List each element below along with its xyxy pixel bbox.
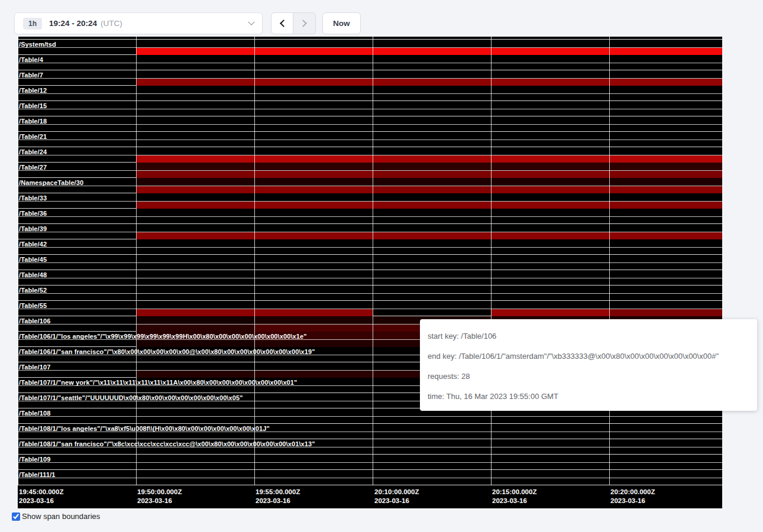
span-boundaries-control: Show span boundaries bbox=[12, 512, 100, 521]
row-key-label: /Table/42 bbox=[19, 241, 47, 248]
heatmap-row: /Table/109 bbox=[18, 454, 722, 469]
heat-band bbox=[609, 309, 722, 316]
chevron-down-icon bbox=[248, 18, 254, 25]
heat-band bbox=[254, 79, 373, 86]
row-key-label: /Table/52 bbox=[19, 287, 47, 294]
row-key-label: /Table/48 bbox=[19, 271, 47, 278]
tooltip-time: time: Thu, 16 Mar 2023 19:55:00 GMT bbox=[428, 387, 749, 407]
heat-band bbox=[254, 325, 373, 332]
row-key-label: /Table/4 bbox=[19, 56, 43, 63]
span-boundary-line bbox=[18, 155, 722, 155]
heat-band bbox=[254, 186, 373, 193]
row-key-label: /System/tsd bbox=[19, 41, 56, 48]
heat-band bbox=[254, 171, 373, 178]
time-nav-button-group bbox=[271, 12, 316, 34]
heat-band bbox=[136, 340, 254, 347]
row-key-label: /Table/27 bbox=[19, 164, 47, 171]
heatmap-row: /Table/45 bbox=[18, 254, 722, 270]
span-boundary-line bbox=[18, 140, 722, 140]
row-key-label: /Table/45 bbox=[19, 256, 47, 263]
row-key-label: /Table/111/1 bbox=[19, 471, 56, 478]
heat-band bbox=[609, 48, 722, 55]
heat-band bbox=[373, 79, 491, 86]
show-span-boundaries-label[interactable]: Show span boundaries bbox=[22, 512, 100, 521]
time-gridline bbox=[136, 37, 137, 485]
heat-band bbox=[136, 232, 254, 239]
heat-band bbox=[136, 171, 254, 178]
heat-band bbox=[254, 232, 373, 239]
now-button[interactable]: Now bbox=[322, 12, 361, 34]
heatmap-row: /Table/18 bbox=[18, 116, 722, 131]
heat-band bbox=[254, 309, 373, 316]
heat-band bbox=[254, 48, 373, 55]
x-axis-tick-label: 20:10:00.000Z2023-03-16 bbox=[374, 488, 419, 505]
heatmap-row: /Table/42 bbox=[18, 239, 722, 254]
heat-band bbox=[254, 202, 373, 209]
row-key-label: /Table/107/1/"seattle"/"UUUUUUD\x00\x80\… bbox=[19, 394, 243, 401]
tooltip-start-key: start key: /Table/106 bbox=[428, 326, 749, 346]
row-key-label: /Table/107 bbox=[19, 364, 50, 371]
heat-band bbox=[373, 155, 491, 163]
time-gridline bbox=[491, 37, 492, 485]
heatmap-row: /Table/4 bbox=[18, 54, 722, 70]
heat-band bbox=[136, 155, 254, 163]
chevron-right-icon bbox=[299, 20, 307, 27]
row-key-label: /Table/55 bbox=[19, 302, 47, 309]
span-boundary-line bbox=[18, 478, 722, 478]
time-gridline bbox=[373, 37, 373, 485]
heatmap-row: /Table/48 bbox=[18, 270, 722, 285]
x-axis-tick-label: 19:45:00.000Z2023-03-16 bbox=[19, 488, 63, 505]
heatmap-row: /Table/15 bbox=[18, 100, 722, 116]
span-boundary-line bbox=[18, 416, 722, 417]
heat-band bbox=[136, 79, 254, 86]
show-span-boundaries-checkbox[interactable] bbox=[12, 512, 20, 521]
prev-range-button[interactable] bbox=[271, 12, 293, 34]
heat-band bbox=[136, 371, 254, 378]
row-key-label: /Table/106 bbox=[19, 317, 50, 325]
heat-band bbox=[491, 79, 609, 86]
row-key-label: /Table/33 bbox=[19, 194, 47, 202]
tooltip-end-key: end key: /Table/106/1/"amsterdam"/"\xb33… bbox=[428, 346, 749, 366]
heat-band bbox=[609, 79, 722, 86]
heat-band bbox=[491, 186, 609, 193]
span-boundary-line bbox=[18, 170, 722, 171]
x-axis-tick-label: 19:50:00.000Z2023-03-16 bbox=[137, 488, 182, 505]
heatmap-row: /Table/36 bbox=[18, 208, 722, 223]
span-boundary-line bbox=[18, 186, 722, 186]
row-key-label: /Table/18 bbox=[19, 118, 47, 125]
heatmap-row: /Table/24 bbox=[18, 147, 722, 162]
x-axis-tick-label: 20:15:00.000Z2023-03-16 bbox=[492, 488, 536, 505]
next-range-button[interactable] bbox=[293, 12, 316, 34]
key-visualizer-canvas[interactable]: /System/tsd/Table/4/Table/7/Table/12/Tab… bbox=[18, 37, 722, 508]
x-axis-tick-label: 20:20:00.000Z2023-03-16 bbox=[610, 488, 655, 505]
range-label: 19:24 - 20:24 bbox=[49, 19, 97, 28]
row-key-label: /Table/106/1/"san francisco"/"\x80\x00\x… bbox=[19, 348, 315, 355]
heatmap-row: /Table/33 bbox=[18, 193, 722, 208]
heat-band bbox=[609, 155, 722, 163]
span-boundary-line bbox=[18, 78, 722, 79]
heatmap-row: /System/tsd bbox=[18, 39, 722, 54]
heat-band bbox=[136, 202, 254, 209]
time-range-select[interactable]: 1h 19:24 - 20:24 (UTC) bbox=[14, 12, 263, 34]
heat-band bbox=[491, 171, 609, 178]
chevron-left-icon bbox=[280, 20, 287, 27]
heat-band bbox=[136, 186, 254, 193]
heatmap-row: /NamespaceTable/30 bbox=[18, 177, 722, 193]
span-boundary-line bbox=[18, 293, 722, 294]
span-boundary-line bbox=[18, 232, 722, 232]
heat-band bbox=[609, 202, 722, 209]
heat-band bbox=[373, 232, 491, 239]
span-boundary-line bbox=[18, 109, 722, 109]
heat-band bbox=[254, 155, 373, 163]
heat-band bbox=[491, 48, 609, 55]
heatmap-row: /Table/39 bbox=[18, 223, 722, 239]
span-tooltip: start key: /Table/106 end key: /Table/10… bbox=[420, 319, 757, 411]
row-key-label: /Table/24 bbox=[19, 148, 47, 155]
row-key-label: /Table/12 bbox=[19, 87, 47, 94]
heatmap-row: /Table/108/1/"los angeles"/"\xa8\xf5\u00… bbox=[18, 423, 722, 439]
span-boundary-line bbox=[18, 462, 722, 463]
heat-band bbox=[491, 202, 609, 209]
span-boundary-line bbox=[18, 262, 722, 263]
key-visualizer-page: 1h 19:24 - 20:24 (UTC) Now /System/tsd/T… bbox=[0, 0, 763, 532]
heatmap-row: /Table/111/1 bbox=[18, 469, 722, 485]
